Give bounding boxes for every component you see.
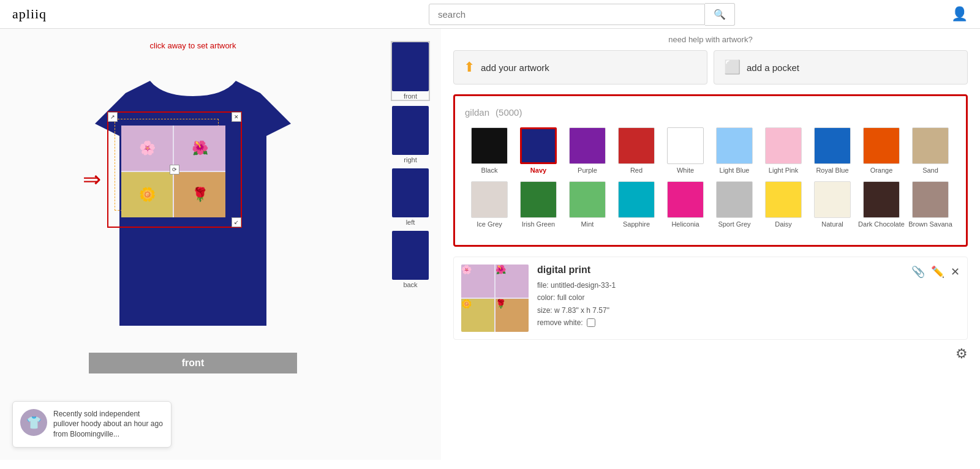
color-item-irish-green[interactable]: Irish Green (514, 181, 563, 228)
shirt-wrapper: ⇒ ↗ ✕ ↙ ⟳ 🌸 🌺 🌼 (77, 56, 309, 350)
artwork-inner: ↗ ✕ ↙ ⟳ 🌸 🌺 🌼 🌹 (108, 113, 241, 227)
handle-center-rotate[interactable]: ⟳ (170, 165, 179, 174)
notification-text: Recently sold independent pullover hoody… (53, 409, 164, 440)
flower-cell-1: 🌸 (121, 126, 173, 171)
color-item-mint[interactable]: Mint (563, 181, 612, 228)
color-item-orange[interactable]: Orange (857, 127, 906, 174)
user-icon[interactable]: 👤 (951, 6, 968, 22)
color-swatch (618, 127, 655, 164)
thumb-right-label: right (404, 156, 417, 163)
handle-top-left[interactable]: ↗ (108, 112, 118, 122)
product-area: click away to set artwork ⇒ ↗ ✕ (6, 35, 380, 454)
color-item-daisy[interactable]: Daisy (759, 181, 808, 228)
thumb-front-img (392, 42, 429, 91)
color-name: Natural (821, 220, 843, 228)
color-swatch (520, 127, 557, 164)
pin-icon[interactable]: 📎 (911, 265, 925, 279)
color-name: Black (481, 167, 498, 174)
right-panel: need help with artwork? ⬆ add your artwo… (441, 29, 980, 460)
print-details: file: untitled-design-33-1 color: full c… (537, 279, 960, 329)
color-name: White (677, 167, 694, 174)
thumbnail-sidebar: front right left (380, 35, 435, 454)
color-item-white[interactable]: White (661, 127, 710, 174)
color-name: Ice Grey (477, 220, 502, 228)
color-grid: BlackNavyPurpleRedWhiteLight BlueLight P… (465, 127, 956, 235)
file-value: untitled-design-33-1 (551, 281, 616, 290)
color-name: Heliconia (671, 220, 699, 228)
color-item-dark-chocolate[interactable]: Dark Chocolate (857, 181, 906, 228)
search-container: 🔍 (429, 3, 735, 26)
color-swatch (814, 181, 851, 218)
print-size: size: w 7.83" x h 7.57" (537, 304, 960, 317)
digital-print-section: 🌸 🌺 🌼 🌹 digital print 📎 ✏️ ✕ file: unti (453, 257, 968, 340)
settings-icon[interactable]: ⚙ (956, 346, 968, 362)
color-item-sport-grey[interactable]: Sport Grey (710, 181, 759, 228)
add-artwork-button[interactable]: ⬆ add your artwork (453, 50, 707, 84)
thumb-right[interactable]: right (392, 106, 429, 163)
color-item-red[interactable]: Red (612, 127, 661, 174)
color-swatch (618, 181, 655, 218)
color-name: Sapphire (623, 220, 650, 228)
color-name: Sport Grey (718, 220, 750, 228)
delete-icon[interactable]: ✕ (951, 265, 960, 279)
color-item-royal-blue[interactable]: Royal Blue (808, 127, 857, 174)
color-item-sapphire[interactable]: Sapphire (612, 181, 661, 228)
flower-cell-2: 🌺 (174, 126, 225, 171)
thumb-left-img (392, 168, 429, 217)
print-action-icons: 📎 ✏️ ✕ (911, 265, 960, 279)
front-label: front (89, 353, 297, 373)
thumb-back[interactable]: back (392, 231, 429, 288)
color-name: Mint (581, 220, 594, 228)
color-value: full color (557, 293, 585, 302)
print-thumbnail: 🌸 🌺 🌼 🌹 (461, 265, 529, 332)
color-swatch (716, 127, 753, 164)
color-swatch (667, 181, 704, 218)
thumb-back-img (392, 231, 429, 280)
color-item-navy[interactable]: Navy (514, 127, 563, 174)
artwork-overlay[interactable]: ↗ ✕ ↙ ⟳ 🌸 🌺 🌼 🌹 (107, 111, 242, 228)
thumb-left[interactable]: left (392, 168, 429, 226)
color-name: Sand (922, 167, 938, 174)
color-swatch (520, 181, 557, 218)
color-item-natural[interactable]: Natural (808, 181, 857, 228)
thumb-back-label: back (403, 281, 417, 288)
color-item-sand[interactable]: Sand (906, 127, 955, 174)
add-artwork-label: add your artwork (481, 62, 549, 73)
arrow-indicator: ⇒ (83, 167, 101, 192)
artwork-dashed-border: 🌸 🌺 🌼 🌹 (115, 119, 219, 211)
color-item-ice-grey[interactable]: Ice Grey (465, 181, 514, 228)
color-label: color: (537, 293, 555, 302)
flower-cell-4: 🌹 (174, 172, 225, 217)
color-swatch (716, 181, 753, 218)
thumb-left-label: left (406, 219, 415, 226)
color-name: Light Blue (720, 167, 750, 174)
add-pocket-button[interactable]: ⬜ add a pocket (714, 50, 968, 84)
product-brand: gildan (465, 107, 489, 118)
remove-white-checkbox[interactable] (587, 318, 595, 327)
color-item-purple[interactable]: Purple (563, 127, 612, 174)
file-label: file: (537, 281, 549, 290)
color-item-heliconia[interactable]: Heliconia (661, 181, 710, 228)
color-name: Daisy (775, 220, 792, 228)
search-button[interactable]: 🔍 (705, 3, 735, 26)
flower-cell-3: 🌼 (121, 172, 173, 217)
edit-icon[interactable]: ✏️ (931, 265, 944, 279)
search-input[interactable] (429, 4, 705, 25)
thumb-front[interactable]: front (391, 41, 430, 101)
print-info: digital print 📎 ✏️ ✕ file: untitled-desi… (537, 265, 960, 329)
left-panel: click away to set artwork ⇒ ↗ ✕ (0, 29, 441, 460)
handle-bottom-right[interactable]: ↙ (232, 217, 241, 227)
print-cell-3: 🌼 (461, 299, 494, 332)
remove-white-label: remove white: (537, 317, 583, 329)
color-item-light-blue[interactable]: Light Blue (710, 127, 759, 174)
handle-top-right[interactable]: ✕ (232, 112, 241, 122)
color-item-black[interactable]: Black (465, 127, 514, 174)
artwork-icon: ⬆ (464, 59, 475, 75)
color-swatch (765, 181, 802, 218)
settings-area: ⚙ (453, 346, 968, 362)
color-item-light-pink[interactable]: Light Pink (759, 127, 808, 174)
color-item-brown-savana[interactable]: Brown Savana (906, 181, 955, 228)
color-swatch (912, 181, 949, 218)
color-name: Dark Chocolate (858, 220, 905, 228)
print-cell-2: 🌺 (496, 265, 529, 298)
